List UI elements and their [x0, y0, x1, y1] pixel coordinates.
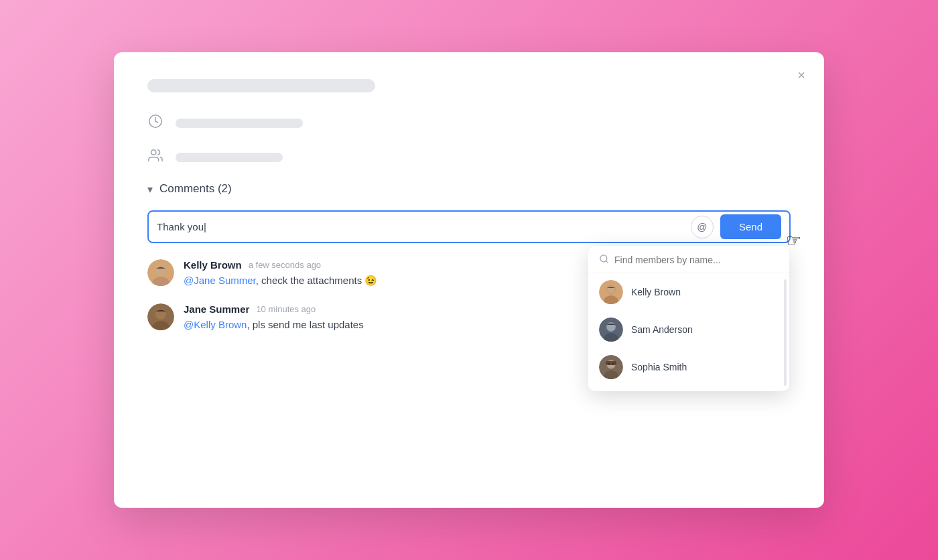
chevron-down-icon[interactable]: ▾: [147, 183, 153, 196]
dropdown-name-sam: Sam Anderson: [631, 324, 693, 335]
comment-body-text-jane: , pls send me last updates: [247, 319, 363, 330]
mention-button[interactable]: @: [691, 216, 714, 238]
comment-input-area: @ Send ☞: [147, 210, 791, 243]
avatar-kelly-brown: [599, 280, 623, 304]
at-icon: @: [697, 221, 707, 232]
comments-title: Comments (2): [159, 182, 232, 196]
meta-row-members: [147, 148, 791, 166]
svg-line-3: [606, 261, 608, 263]
mention-jane-summer[interactable]: @Jane Summer: [184, 275, 256, 286]
search-icon: [599, 254, 609, 266]
dropdown-item-sam[interactable]: Sam Anderson: [588, 311, 789, 348]
send-label: Send: [739, 221, 762, 232]
comment-time-kelly: a few seconds ago: [249, 260, 321, 270]
dropdown-name-sophia: Sophia Smith: [631, 362, 687, 372]
dropdown-item-sophia[interactable]: Sophia Smith: [588, 348, 789, 386]
mention-kelly-brown[interactable]: @Kelly Brown: [184, 319, 247, 330]
comment-body-text-kelly: , check the attachments 😉: [256, 275, 378, 286]
comment-time-jane: 10 minutes ago: [256, 304, 316, 314]
svg-rect-18: [606, 361, 616, 365]
dropdown-scrollbar[interactable]: [784, 279, 787, 386]
comment-author-kelly: Kelly Brown: [184, 259, 242, 271]
avatar-sam-anderson: [599, 318, 623, 342]
close-button[interactable]: ×: [795, 66, 808, 84]
dropdown-search-bar: [588, 246, 789, 273]
close-icon: ×: [797, 68, 805, 82]
skeleton-members-bar: [176, 153, 283, 162]
send-button[interactable]: Send: [720, 214, 781, 239]
svg-point-7: [607, 285, 615, 293]
dropdown-name-kelly: Kelly Brown: [631, 287, 681, 297]
meta-row-time: [147, 114, 791, 132]
people-icon: [147, 148, 163, 166]
comment-author-jane: Jane Summer: [184, 303, 249, 315]
mention-dropdown[interactable]: Kelly Brown Sam Anderson: [588, 246, 789, 391]
avatar-kelly-comment: [147, 259, 174, 286]
comments-header: ▾ Comments (2): [147, 182, 791, 196]
dropdown-search-input[interactable]: [614, 255, 779, 265]
avatar-jane-comment: [147, 303, 174, 330]
avatar-sophia-smith: [599, 355, 623, 379]
dropdown-item-kelly[interactable]: Kelly Brown: [588, 273, 789, 311]
comment-input[interactable]: [157, 212, 691, 242]
clock-icon: [147, 114, 163, 132]
modal: × ▾ Comments (2) @: [114, 52, 824, 508]
svg-point-20: [155, 265, 166, 275]
svg-point-1: [151, 150, 156, 155]
skeleton-time-bar: [176, 119, 303, 128]
skeleton-title-bar: [147, 79, 375, 92]
